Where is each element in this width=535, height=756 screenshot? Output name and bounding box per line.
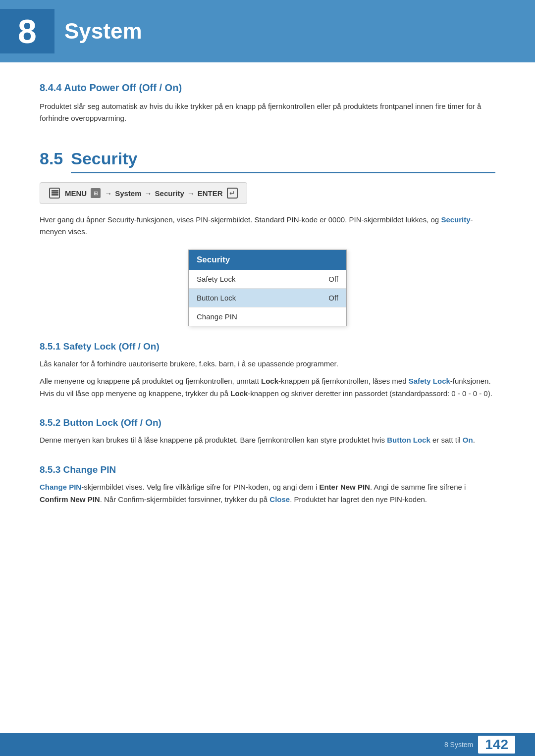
para-mid2: . Når Confirm-skjermbildet forsvinner, t… <box>100 495 270 504</box>
menu-icon <box>49 188 60 199</box>
para2-end: -knappen og skriver deretter inn passord… <box>248 389 492 398</box>
button-lock-value: Off <box>328 294 338 302</box>
section-844: 8.4.4 Auto Power Off (Off / On) Produkte… <box>40 82 495 124</box>
menu-arrow2: → <box>145 189 152 198</box>
para-mid: er satt til <box>430 436 463 444</box>
change-pin-label: Change PIN <box>197 312 237 321</box>
section-852: 8.5.2 Button Lock (Off / On) Denne menye… <box>40 417 495 447</box>
section-844-body: Produktet slår seg automatisk av hvis du… <box>40 101 495 124</box>
section-852-para1: Denne menyen kan brukes til å låse knapp… <box>40 434 495 447</box>
section-85-number: 8.5 <box>40 149 63 168</box>
enter-icon <box>227 188 238 199</box>
intro-security-bold: Security <box>441 215 470 224</box>
menu-path-menu-label: MENU <box>65 189 87 198</box>
para-end: . <box>473 436 475 444</box>
para-mid: . Angi de samme fire sifrene i <box>370 483 466 491</box>
para-on: On <box>463 436 473 444</box>
security-menu-item-buttonlock: Button Lock Off <box>189 289 346 307</box>
section-852-body: Denne menyen kan brukes til å låse knapp… <box>40 434 495 447</box>
section-853-para1: Change PIN-skjermbildet vises. Velg fire… <box>40 481 495 506</box>
chapter-number: 8 <box>0 9 54 53</box>
para-buttonlock: Button Lock <box>387 436 430 444</box>
security-menu-container: Security Safety Lock Off Button Lock Off… <box>40 250 495 326</box>
security-menu-item-safetylock: Safety Lock Off <box>189 270 346 289</box>
menu-arrow1: → <box>105 189 112 198</box>
page-footer: 8 System 142 <box>0 733 535 756</box>
para-start: -skjermbildet vises. Velg fire vilkårlig… <box>81 483 319 491</box>
intro-text-part1: Hver gang du åpner Security-funksjonen, … <box>40 215 441 224</box>
security-menu: Security Safety Lock Off Button Lock Off… <box>188 250 347 326</box>
safety-lock-label: Safety Lock <box>197 275 235 283</box>
para2-start: Alle menyene og knappene på produktet og… <box>40 377 261 385</box>
section-853-body: Change PIN-skjermbildet vises. Velg fire… <box>40 481 495 506</box>
section-853: 8.5.3 Change PIN Change PIN-skjermbildet… <box>40 464 495 506</box>
button-lock-label: Button Lock <box>197 294 236 302</box>
section-851-para1: Lås kanaler for å forhindre uautoriserte… <box>40 358 495 370</box>
section-851-body: Lås kanaler for å forhindre uautoriserte… <box>40 358 495 400</box>
para2-lock1: Lock <box>261 377 278 385</box>
section-85-header: 8.5 Security <box>40 149 495 173</box>
para2-lock2: Lock <box>230 389 248 398</box>
para2-mid: -knappen på fjernkontrollen, låses med <box>278 377 409 385</box>
section-852-heading: 8.5.2 Button Lock (Off / On) <box>40 417 495 428</box>
chapter-title: System <box>64 19 142 44</box>
menu-security: Security <box>155 189 184 198</box>
para-end: . Produktet har lagret den nye PIN-koden… <box>290 495 427 504</box>
footer-section-label: 8 System <box>444 741 473 749</box>
menu-arrow3: → <box>187 189 195 198</box>
section-851: 8.5.1 Safety Lock (Off / On) Lås kanaler… <box>40 341 495 400</box>
section-851-heading: 8.5.1 Safety Lock (Off / On) <box>40 341 495 352</box>
safety-lock-value: Off <box>328 275 338 283</box>
menu-enter: ENTER <box>198 189 223 198</box>
menu-grid-icon: ⊞ <box>91 188 101 198</box>
para2-safetylock: Safety Lock <box>409 377 450 385</box>
menu-path: MENU ⊞ → System → Security → ENTER <box>40 182 247 204</box>
para-close: Close <box>269 495 290 504</box>
para-confirmnewpin: Confirm New PIN <box>40 495 100 504</box>
menu-system: System <box>115 189 141 198</box>
para-start: Denne menyen kan brukes til å låse knapp… <box>40 436 387 444</box>
security-menu-header: Security <box>189 250 346 270</box>
section-844-heading: 8.4.4 Auto Power Off (Off / On) <box>40 82 495 94</box>
section-85-intro: Hver gang du åpner Security-funksjonen, … <box>40 214 495 238</box>
footer-page-number: 142 <box>478 736 515 754</box>
section-853-heading: 8.5.3 Change PIN <box>40 464 495 475</box>
section-851-para2: Alle menyene og knappene på produktet og… <box>40 375 495 400</box>
para-enternewpin: Enter New PIN <box>319 483 370 491</box>
security-menu-item-changepin: Change PIN <box>189 307 346 326</box>
section-85-title: Security <box>71 149 495 173</box>
para-changepin: Change PIN <box>40 483 81 491</box>
